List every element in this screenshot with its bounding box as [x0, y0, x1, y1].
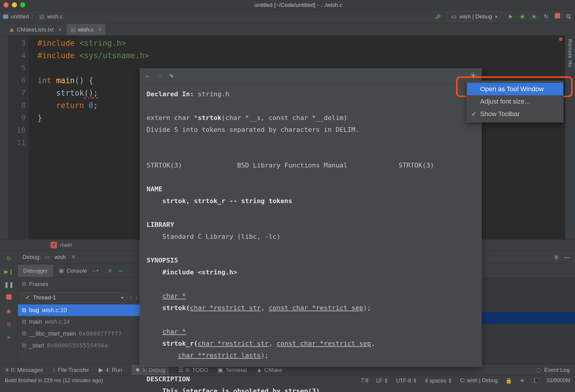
- play-icon: ▶: [99, 366, 103, 373]
- function-badge-icon: f: [51, 242, 57, 248]
- c-file-icon: ▤: [70, 26, 76, 33]
- menu-open-as-tool-window[interactable]: Open as Tool Window: [467, 83, 563, 95]
- thread-label: Thread-1: [33, 294, 56, 301]
- layout-icon[interactable]: ≡: [109, 268, 112, 274]
- lock-icon[interactable]: 🔒: [505, 377, 512, 384]
- navigation-bar: untitled 〉 ▤ wish.c ▭ wish | Debug ↻: [0, 10, 575, 23]
- step-over-icon[interactable]: ⤻: [118, 267, 123, 274]
- frame-icon: ⧉: [22, 307, 26, 314]
- breadcrumb-project[interactable]: untitled: [11, 13, 29, 20]
- frame-row[interactable]: ⧉ bug wish.c:10: [18, 304, 142, 316]
- check-icon: ✔: [25, 294, 30, 301]
- target-icon: ▭: [45, 254, 50, 260]
- status-message: Build finished in 229 ms (12 minutes ago…: [5, 377, 103, 384]
- frames-panel: ⧉ Frames ✔ Thread-1 ↑ ↓ ⧉ b: [18, 278, 143, 364]
- error-stripe-icon[interactable]: [559, 37, 563, 41]
- next-frame-icon[interactable]: ↓: [136, 294, 139, 301]
- bug-icon: ✹: [135, 366, 140, 373]
- tool-event-log[interactable]: Event Log: [544, 367, 570, 373]
- tool-run[interactable]: ▶4: Run: [99, 366, 122, 373]
- doc-settings-menu: Open as Tool Window Adjust font size... …: [467, 81, 563, 122]
- hide-icon[interactable]: —: [564, 254, 570, 260]
- profile-icon[interactable]: ↻: [543, 13, 549, 20]
- run-icon[interactable]: [507, 13, 514, 20]
- frames-icon: ⧉: [22, 281, 26, 287]
- gear-icon[interactable]: [553, 254, 560, 260]
- pause-icon[interactable]: ❚❚: [6, 281, 12, 288]
- frame-row[interactable]: ⧉ _start 0x00005555555456a: [18, 339, 142, 351]
- coverage-icon[interactable]: [531, 13, 538, 20]
- svg-point-1: [567, 14, 570, 18]
- debug-icon[interactable]: [519, 13, 526, 20]
- tab-console[interactable]: ▣Console→•: [53, 264, 103, 277]
- breadcrumb[interactable]: untitled 〉 ▤ wish.c: [3, 13, 63, 20]
- c-file-icon: ▤: [39, 13, 45, 20]
- doc-content[interactable]: Declared In: string.h extern char *strto…: [140, 84, 481, 392]
- hat-icon[interactable]: 🎩: [532, 377, 539, 384]
- target-icon: ▭: [451, 13, 457, 20]
- cmake-icon: [10, 27, 14, 32]
- breadcrumb-function[interactable]: main: [60, 242, 72, 248]
- svg-point-5: [472, 75, 474, 76]
- frame-row[interactable]: ⧉ __libc_start_main 0x00007ffff7: [18, 328, 142, 339]
- debug-actions-strip: ↻ ▶❙ ❚❚ ◉ ⊘ »: [0, 250, 18, 364]
- forward-icon[interactable]: →: [157, 73, 163, 80]
- view-breakpoints-icon[interactable]: ◉: [6, 308, 12, 314]
- check-icon: ✓: [471, 110, 477, 118]
- tab-label: wish.c: [78, 26, 94, 33]
- chevron-down-icon: [121, 294, 123, 301]
- prev-frame-icon[interactable]: ↑: [130, 294, 133, 301]
- tab-cmakelists[interactable]: CMakeLists.txt: [5, 24, 66, 35]
- close-window-button[interactable]: [4, 2, 9, 7]
- memory-indicator[interactable]: 33/8000M: [546, 377, 570, 384]
- editor-tabs: CMakeLists.txt ▤ wish.c: [0, 23, 575, 36]
- more-icon[interactable]: »: [6, 334, 12, 340]
- menu-adjust-font-size[interactable]: Adjust font size...: [467, 95, 563, 108]
- doc-toolbar: ← → ✎: [140, 69, 481, 84]
- resume-icon[interactable]: ▶❙: [6, 268, 12, 275]
- tool-messages[interactable]: ≡0: Messages: [5, 367, 43, 373]
- menu-show-toolbar[interactable]: ✓Show Toolbar: [467, 108, 563, 120]
- close-icon[interactable]: [71, 254, 76, 260]
- list-icon: ≡: [5, 367, 9, 373]
- stop-icon[interactable]: [6, 294, 12, 301]
- tab-label: CMakeLists.txt: [17, 26, 54, 33]
- svg-point-0: [521, 15, 524, 18]
- thread-selector[interactable]: ✔ Thread-1 ↑ ↓: [18, 291, 142, 304]
- search-icon[interactable]: [565, 13, 572, 20]
- close-icon[interactable]: [98, 27, 102, 32]
- build-icon[interactable]: [435, 13, 442, 20]
- frame-icon: ⧉: [22, 318, 26, 325]
- stop-icon[interactable]: [555, 13, 560, 20]
- run-config-select[interactable]: ▭ wish | Debug: [447, 11, 502, 22]
- back-icon[interactable]: ←: [145, 73, 150, 80]
- remote-host-tool-button[interactable]: Remote Ho: [567, 39, 573, 67]
- minimize-window-button[interactable]: [12, 2, 17, 7]
- inspections-icon[interactable]: ☀: [520, 377, 524, 384]
- close-icon[interactable]: [58, 27, 62, 33]
- gear-icon[interactable]: [470, 72, 477, 80]
- tool-file-transfer[interactable]: ↕File Transfer: [53, 367, 89, 373]
- tab-wishc[interactable]: ▤ wish.c: [66, 24, 106, 35]
- frame-row[interactable]: ⧉ main wish.c:14: [18, 316, 142, 328]
- frame-list: ⧉ bug wish.c:10 ⧉ main wish.c:14 ⧉ __lib…: [18, 304, 142, 364]
- zoom-window-button[interactable]: [20, 2, 25, 7]
- frames-header: ⧉ Frames: [18, 278, 142, 291]
- tab-debugger[interactable]: Debugger: [18, 265, 53, 277]
- edit-icon[interactable]: ✎: [169, 73, 174, 80]
- documentation-popup: ← → ✎ Declared In: string.h extern char …: [140, 68, 482, 367]
- chevron-right-icon: 〉: [31, 13, 37, 20]
- chevron-down-icon: [495, 13, 497, 20]
- window-title: untitled [~/Code/untitled] - .../wish.c: [25, 2, 571, 8]
- breadcrumb-file[interactable]: wish.c: [47, 13, 63, 20]
- run-config-label: wish | Debug: [460, 13, 492, 20]
- frame-icon: ⧉: [22, 342, 26, 349]
- rerun-icon[interactable]: ↻: [6, 255, 12, 262]
- frames-label: Frames: [29, 281, 48, 287]
- svg-point-6: [556, 256, 557, 258]
- console-icon: ▣: [59, 267, 64, 274]
- event-log-icon: ◌: [536, 366, 541, 373]
- folder-icon: [3, 15, 8, 19]
- frame-icon: ⧉: [22, 330, 26, 337]
- mute-breakpoints-icon[interactable]: ⊘: [6, 321, 12, 327]
